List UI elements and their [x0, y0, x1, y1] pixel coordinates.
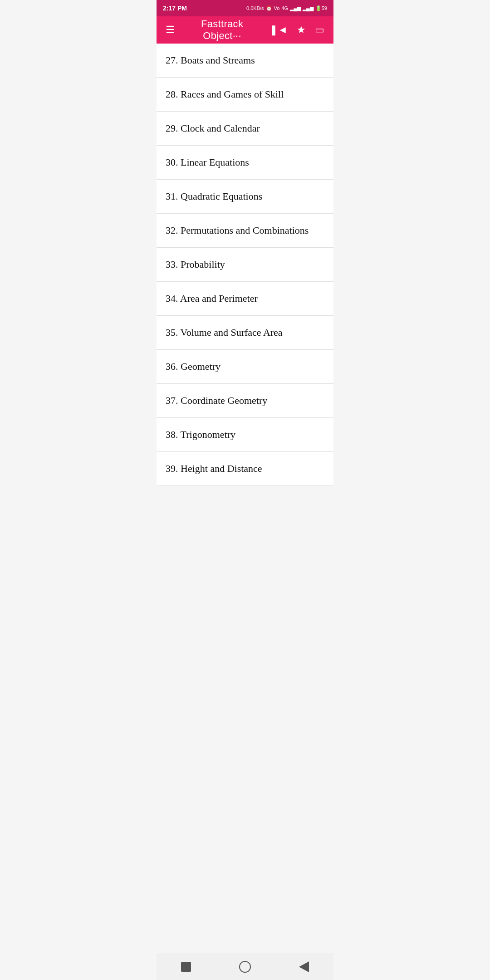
list-item-label: 34. Area and Perimeter	[166, 293, 258, 304]
share-icon[interactable]: ❚◄	[268, 22, 289, 38]
list-item-label: 33. Probability	[166, 259, 225, 270]
app-title: Fasttrack Object···	[182, 18, 262, 42]
list-item[interactable]: 32. Permutations and Combinations	[157, 214, 333, 248]
list-item-label: 27. Boats and Streams	[166, 54, 255, 66]
app-bar: ☰ Fasttrack Object··· ❚◄ ★ ▭	[157, 16, 333, 44]
volte-icon: Vo	[274, 5, 280, 11]
list-item-label: 32. Permutations and Combinations	[166, 225, 309, 236]
list-item-label: 29. Clock and Calendar	[166, 122, 260, 134]
status-icons: 0.0KB/s ⏰ Vo 4G ▂▄▆ ▂▄▆ 🔋59	[246, 5, 327, 11]
list-item-label: 31. Quadratic Equations	[166, 191, 262, 202]
wifi-icon: ▂▄▆	[303, 5, 314, 11]
menu-icon[interactable]: ☰	[164, 22, 176, 38]
list-item[interactable]: 36. Geometry	[157, 350, 333, 384]
list-item[interactable]: 27. Boats and Streams	[157, 44, 333, 78]
list-item-label: 28. Races and Games of Skill	[166, 88, 284, 100]
status-time: 2:17 PM	[163, 5, 187, 12]
list-item-label: 37. Coordinate Geometry	[166, 395, 267, 407]
network-speed: 0.0KB/s	[246, 5, 264, 11]
list-item[interactable]: 33. Probability	[157, 248, 333, 282]
signal-icon: ▂▄▆	[290, 5, 301, 11]
list-item[interactable]: 34. Area and Perimeter	[157, 282, 333, 316]
list-item[interactable]: 37. Coordinate Geometry	[157, 384, 333, 418]
list-item[interactable]: 29. Clock and Calendar	[157, 112, 333, 146]
list-item[interactable]: 35. Volume and Surface Area	[157, 316, 333, 350]
list-item[interactable]: 31. Quadratic Equations	[157, 180, 333, 214]
star-icon[interactable]: ★	[295, 22, 308, 38]
chapter-list: 27. Boats and Streams28. Races and Games…	[157, 44, 333, 486]
window-icon[interactable]: ▭	[313, 22, 326, 38]
alarm-icon: ⏰	[266, 5, 272, 11]
list-item-label: 35. Volume and Surface Area	[166, 327, 283, 338]
battery-icon: 🔋59	[315, 5, 327, 11]
4g-icon: 4G	[281, 5, 288, 11]
list-item[interactable]: 39. Height and Distance	[157, 452, 333, 486]
list-item-label: 30. Linear Equations	[166, 157, 249, 168]
list-item-label: 38. Trigonometry	[166, 429, 235, 441]
list-item-label: 36. Geometry	[166, 361, 220, 372]
content-wrapper: 27. Boats and Streams28. Races and Games…	[157, 44, 333, 513]
list-item[interactable]: 30. Linear Equations	[157, 146, 333, 180]
list-item[interactable]: 28. Races and Games of Skill	[157, 78, 333, 112]
list-item[interactable]: 38. Trigonometry	[157, 418, 333, 452]
list-item-label: 39. Height and Distance	[166, 463, 262, 475]
status-bar: 2:17 PM 0.0KB/s ⏰ Vo 4G ▂▄▆ ▂▄▆ 🔋59	[157, 0, 333, 16]
